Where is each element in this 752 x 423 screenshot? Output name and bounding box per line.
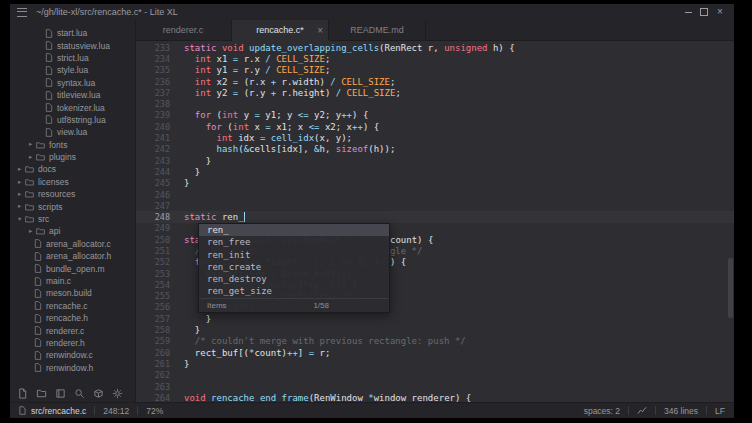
- code-line[interactable]: 248static ren_: [136, 211, 734, 222]
- tree-item-titleview-lua[interactable]: titleview.lua: [10, 89, 135, 101]
- autocomplete-item-ren-free[interactable]: ren_free: [199, 236, 389, 248]
- tree-item-renwindow-h[interactable]: renwindow.h: [10, 362, 135, 374]
- tree-item-style-lua[interactable]: style.lua: [10, 64, 135, 76]
- tree-item-statusview-lua[interactable]: statusview.lua: [10, 39, 135, 51]
- tab-rencache-c[interactable]: rencache.c*×: [232, 20, 329, 40]
- tree-item-label: scripts: [38, 202, 63, 212]
- code-line[interactable]: 235 int y1 = r.y / CELL_SIZE;: [136, 65, 734, 76]
- tree-item-licenses[interactable]: ▸licenses: [10, 176, 135, 188]
- tree-item-meson-build[interactable]: meson.build: [10, 287, 135, 299]
- new-file-icon[interactable]: [17, 388, 28, 399]
- autocomplete-item-ren-get-size[interactable]: ren_get_size: [199, 285, 389, 297]
- tree-item-fonts[interactable]: ▸fonts: [10, 139, 135, 151]
- tree-item-rencache-c[interactable]: rencache.c: [10, 300, 135, 312]
- code-text: int y2 = (r.y + r.height) / CELL_SIZE;: [178, 88, 401, 98]
- statusbar-file-segment[interactable]: src/rencache.c: [19, 406, 86, 416]
- code-line[interactable]: 258 }: [136, 324, 734, 335]
- tree-item-utf8string-lua[interactable]: utf8string.lua: [10, 114, 135, 126]
- statusbar-cursor-position[interactable]: 248:12: [103, 406, 129, 416]
- line-number: 243: [136, 156, 178, 166]
- code-line[interactable]: 245}: [136, 178, 734, 189]
- tree-item-resources[interactable]: ▸resources: [10, 188, 135, 200]
- tree-item-label: resources: [38, 189, 75, 199]
- title-bar: ~/gh/lite-xl/src/rencache.c* - Lite XL ×: [10, 4, 734, 20]
- tree-item-arena-allocator-h[interactable]: arena_allocator.h: [10, 250, 135, 262]
- code-line[interactable]: 257 }: [136, 313, 734, 324]
- open-folder-icon[interactable]: [36, 388, 47, 399]
- code-line[interactable]: 236 int x2 = (r.x + r.width) / CELL_SIZE…: [136, 76, 734, 87]
- statusbar-spaces[interactable]: spaces: 2: [584, 406, 620, 416]
- tab-readme-md[interactable]: README.md: [329, 20, 426, 40]
- code-line[interactable]: 261}: [136, 358, 734, 369]
- code-line[interactable]: 260 rect_buf[(*count)++] = r;: [136, 347, 734, 358]
- autocomplete-footer: Items 1/58: [199, 298, 389, 312]
- tree-item-renderer-c[interactable]: renderer.c: [10, 324, 135, 336]
- statusbar-scroll-percent[interactable]: 72%: [146, 406, 163, 416]
- scrollbar-thumb[interactable]: [728, 258, 733, 318]
- code-text: }: [178, 178, 189, 188]
- code-line[interactable]: 242 hash(&cells[idx], &h, sizeof(h));: [136, 144, 734, 155]
- tree-item-syntax-lua[interactable]: syntax.lua: [10, 77, 135, 89]
- tree-item-src[interactable]: ▾src: [10, 213, 135, 225]
- settings-icon[interactable]: [112, 388, 123, 399]
- tree-item-plugins[interactable]: ▸plugins: [10, 151, 135, 163]
- tree-item-rencache-h[interactable]: rencache.h: [10, 312, 135, 324]
- maximize-icon[interactable]: [696, 5, 712, 19]
- tree-item-scripts[interactable]: ▸scripts: [10, 200, 135, 212]
- code-text: int idx = cell_idx(x, y);: [178, 133, 352, 143]
- statusbar-line-count[interactable]: 346 lines: [664, 406, 698, 416]
- code-line[interactable]: 238: [136, 98, 734, 109]
- code-line[interactable]: 241 int idx = cell_idx(x, y);: [136, 132, 734, 143]
- autocomplete-item-ren[interactable]: ren_: [199, 224, 389, 236]
- autocomplete-item-ren-create[interactable]: ren_create: [199, 261, 389, 273]
- code-line[interactable]: 240 for (int x = x1; x <= x2; x++) {: [136, 121, 734, 132]
- tree-item-label: titleview.lua: [57, 90, 100, 100]
- window-title: ~/gh/lite-xl/src/rencache.c* - Lite XL: [36, 7, 178, 17]
- tree-item-renwindow-c[interactable]: renwindow.c: [10, 349, 135, 361]
- code-line[interactable]: 259 /* couldn't merge with previous rect…: [136, 336, 734, 347]
- tree-item-bundle-open-m[interactable]: bundle_open.m: [10, 262, 135, 274]
- tab-renderer-c[interactable]: renderer.c: [135, 20, 232, 40]
- tree-item-start-lua[interactable]: start.lua: [10, 27, 135, 39]
- line-number: 234: [136, 54, 178, 64]
- tab-close-icon[interactable]: ×: [317, 25, 323, 36]
- line-number: 251: [136, 246, 178, 256]
- tree-item-docs[interactable]: ▸docs: [10, 163, 135, 175]
- code-text: int x1 = r.x / CELL_SIZE;: [178, 54, 330, 64]
- code-editor[interactable]: 232233static void update_overlapping_cel…: [136, 41, 734, 403]
- tree-item-strict-lua[interactable]: strict.lua: [10, 52, 135, 64]
- code-line[interactable]: 263: [136, 381, 734, 392]
- code-line[interactable]: 247: [136, 200, 734, 211]
- autocomplete-item-ren-destroy[interactable]: ren_destroy: [199, 273, 389, 285]
- code-line[interactable]: 233static void update_overlapping_cells(…: [136, 42, 734, 53]
- close-icon[interactable]: ×: [712, 5, 728, 19]
- code-line[interactable]: 243 }: [136, 155, 734, 166]
- tree-item-api[interactable]: ▸api: [10, 225, 135, 237]
- package-icon[interactable]: [93, 388, 104, 399]
- minimize-icon[interactable]: [680, 5, 696, 19]
- search-icon[interactable]: [74, 388, 85, 399]
- line-number: 263: [136, 382, 178, 392]
- tree-item-renderer-h[interactable]: renderer.h: [10, 337, 135, 349]
- code-line[interactable]: 239 for (int y = y1; y <= y2; y++) {: [136, 110, 734, 121]
- code-line[interactable]: 234 int x1 = r.x / CELL_SIZE;: [136, 53, 734, 64]
- code-line[interactable]: 244 }: [136, 166, 734, 177]
- menu-icon[interactable]: [17, 8, 27, 17]
- graph-icon[interactable]: [637, 406, 647, 415]
- line-number: 240: [136, 122, 178, 132]
- tree-item-label: api: [49, 226, 60, 236]
- code-line[interactable]: 262: [136, 370, 734, 381]
- tree-item-arena-allocator-c[interactable]: arena_allocator.c: [10, 238, 135, 250]
- statusbar-line-ending[interactable]: LF: [715, 406, 725, 416]
- line-number: 262: [136, 370, 178, 380]
- folder-icon: [36, 227, 45, 235]
- tree-item-view-lua[interactable]: view.lua: [10, 126, 135, 138]
- code-line[interactable]: 246: [136, 189, 734, 200]
- book-icon[interactable]: [55, 388, 66, 399]
- code-text: }: [178, 156, 211, 166]
- code-line[interactable]: 237 int y2 = (r.y + r.height) / CELL_SIZ…: [136, 87, 734, 98]
- tree-item-tokenizer-lua[interactable]: tokenizer.lua: [10, 101, 135, 113]
- tree-item-main-c[interactable]: main.c: [10, 275, 135, 287]
- tree-item-label: licenses: [38, 177, 69, 187]
- autocomplete-item-ren-init[interactable]: ren_init: [199, 249, 389, 261]
